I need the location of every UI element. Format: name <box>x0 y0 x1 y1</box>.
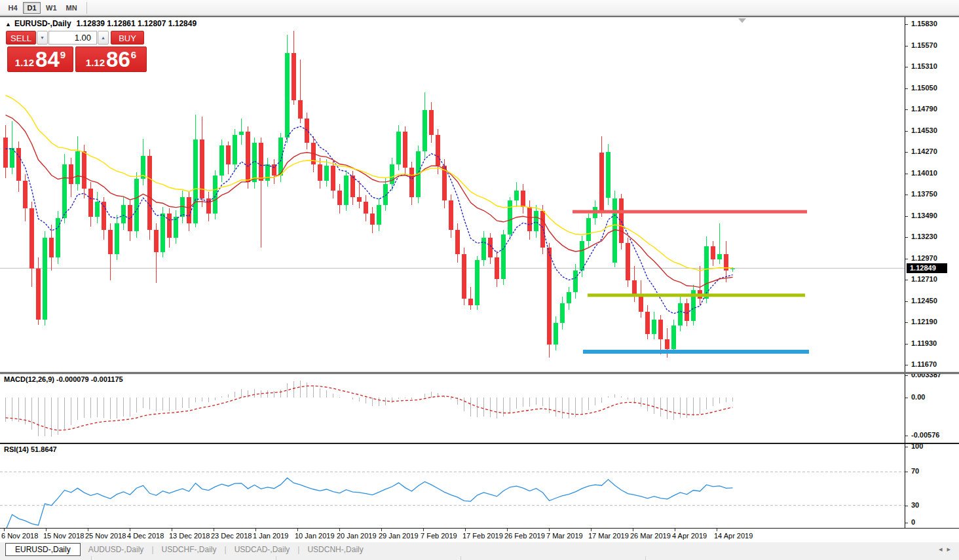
chart-bottom-border <box>0 528 959 529</box>
status-strip-divider <box>461 556 461 560</box>
price-tick-label-tick <box>905 109 908 110</box>
macd-pane[interactable]: MACD(12,26,9) -0.000079 -0.001175 <box>0 374 905 443</box>
chart-title: ▲EURUSD-,Daily1.12839 1.12861 1.12807 1.… <box>5 19 197 28</box>
date-label: 17 Mar 2019 <box>588 532 629 540</box>
toolbar-divider <box>86 2 87 14</box>
macd-chart <box>0 374 905 443</box>
price-tick-label: 1.15830 <box>911 20 937 28</box>
chevron-up-icon: ▲ <box>101 35 105 40</box>
timeframe-buttons: H4D1W1MN <box>4 2 83 14</box>
macd-histogram <box>6 381 733 437</box>
status-strip <box>0 556 959 560</box>
rsi-line <box>6 478 733 528</box>
resistance-line[interactable] <box>573 210 807 214</box>
date-tick <box>633 529 633 531</box>
timeframe-button-d1[interactable]: D1 <box>23 2 41 14</box>
date-tick <box>717 529 717 531</box>
price-tick-label-tick <box>905 88 908 89</box>
rsi-pane[interactable]: RSI(14) 51.8647 <box>0 444 905 528</box>
date-label: 4 Apr 2019 <box>672 532 707 540</box>
sell-button[interactable]: SELL <box>6 31 36 45</box>
date-label: 26 Feb 2019 <box>504 532 545 540</box>
rsi-tick-label: 0 <box>911 518 915 527</box>
time-axis[interactable]: 6 Nov 201815 Nov 201825 Nov 20184 Dec 20… <box>0 529 959 542</box>
price-tick-label-tick <box>905 67 908 67</box>
price-tick-label: 1.15310 <box>911 62 937 71</box>
date-tick <box>297 529 298 531</box>
status-strip-divider <box>91 556 92 560</box>
rsi-tick-label-tick <box>905 472 908 472</box>
date-label: 20 Jan 2019 <box>337 532 377 540</box>
rsi-tick-label-tick <box>905 447 908 447</box>
sell-price-pipette: 9 <box>60 49 66 60</box>
date-tick <box>507 529 508 531</box>
price-tick-label-tick <box>905 344 908 345</box>
price-tick-label: 1.13490 <box>911 212 937 220</box>
timeframe-toolbar: H4D1W1MN <box>0 0 959 16</box>
date-label: 23 Dec 2018 <box>211 532 252 540</box>
status-strip-divider <box>645 556 646 560</box>
chart-tab-usdchf[interactable]: USDCHF-,Daily <box>154 544 225 555</box>
price-tick-label: 1.12190 <box>911 318 937 326</box>
macd-tick-label-tick <box>905 375 908 376</box>
date-tick <box>130 529 130 531</box>
buy-price-prefix: 1.12 <box>86 57 105 68</box>
date-label: 7 Feb 2019 <box>421 532 457 540</box>
status-strip-divider <box>276 556 276 560</box>
macd-tick-label: -0.00576 <box>911 431 939 439</box>
macd-name: MACD(12,26,9) <box>4 375 54 383</box>
timeframe-button-mn[interactable]: MN <box>62 2 81 14</box>
date-label: 1 Jan 2019 <box>253 532 288 540</box>
price-tick-label-tick <box>905 216 908 217</box>
price-tick-label: 1.15050 <box>911 84 937 92</box>
chart-shift-marker-icon[interactable] <box>738 18 746 23</box>
macd-values: -0.000079 -0.001175 <box>56 375 123 383</box>
symbol-marker-icon: ▲ <box>5 21 11 28</box>
low-support-line[interactable] <box>583 350 809 354</box>
date-label: 14 Apr 2019 <box>714 532 753 540</box>
volume-input[interactable] <box>48 31 97 45</box>
date-tick <box>339 529 340 531</box>
date-tick <box>465 529 466 531</box>
price-axis[interactable]: 1.158301.155701.153101.150501.147901.145… <box>905 17 959 528</box>
sell-price-panel[interactable]: 1.12 84 9 <box>7 47 73 72</box>
pane-splitter-macd[interactable] <box>0 372 959 374</box>
tab-scroll-arrows[interactable]: ◂▸ <box>939 545 955 553</box>
chevron-down-icon: ▼ <box>40 35 45 40</box>
buy-price-panel[interactable]: 1.12 86 6 <box>75 47 147 72</box>
mid-support-line[interactable] <box>588 293 805 297</box>
volume-decrease-button[interactable]: ▼ <box>37 31 48 45</box>
volume-increase-button[interactable]: ▲ <box>98 31 109 45</box>
date-label: 4 Dec 2018 <box>127 532 164 540</box>
trading-platform: H4D1W1MN ▲EURUSD-,Daily1.12839 1.12861 1… <box>0 0 959 560</box>
price-tick-label-tick <box>905 152 908 153</box>
timeframe-button-w1[interactable]: W1 <box>42 2 61 14</box>
date-tick <box>46 529 47 531</box>
chart-window: ▲EURUSD-,Daily1.12839 1.12861 1.12807 1.… <box>0 16 959 542</box>
date-label: 25 Nov 2018 <box>85 532 126 540</box>
chart-tab-usdcnh[interactable]: USDCNH-,Daily <box>299 544 371 555</box>
price-tick-label-tick <box>905 237 908 238</box>
price-tick-label-tick <box>905 24 908 25</box>
price-tick-label: 1.13230 <box>911 233 937 241</box>
current-price-label: 1.12849 <box>907 263 947 273</box>
chart-tab-audusd[interactable]: AUDUSD-,Daily <box>81 544 152 555</box>
sell-price-prefix: 1.12 <box>15 57 34 68</box>
pane-splitter-rsi[interactable] <box>0 443 959 444</box>
chart-tab-usdcad[interactable]: USDCAD-,Daily <box>227 544 298 555</box>
rsi-name: RSI(14) <box>4 445 29 453</box>
date-label: 7 Mar 2019 <box>546 532 583 540</box>
price-tick-label: 1.11930 <box>911 339 937 348</box>
date-tick <box>214 529 214 531</box>
chart-tab-eurusd[interactable]: EURUSD-,Daily <box>5 543 81 556</box>
price-tick-label-tick <box>905 195 908 195</box>
timeframe-button-h4[interactable]: H4 <box>4 2 22 14</box>
price-pane[interactable]: ▲EURUSD-,Daily1.12839 1.12861 1.12807 1.… <box>0 17 905 372</box>
date-label: 6 Nov 2018 <box>1 532 38 540</box>
price-tick-label: 1.14010 <box>911 169 937 177</box>
buy-button[interactable]: BUY <box>111 31 144 45</box>
scroll-left-icon[interactable]: ◂ <box>939 545 947 553</box>
date-label: 15 Nov 2018 <box>43 532 84 540</box>
scroll-right-icon[interactable]: ▸ <box>947 545 955 553</box>
rsi-label: RSI(14) 51.8647 <box>4 445 57 453</box>
